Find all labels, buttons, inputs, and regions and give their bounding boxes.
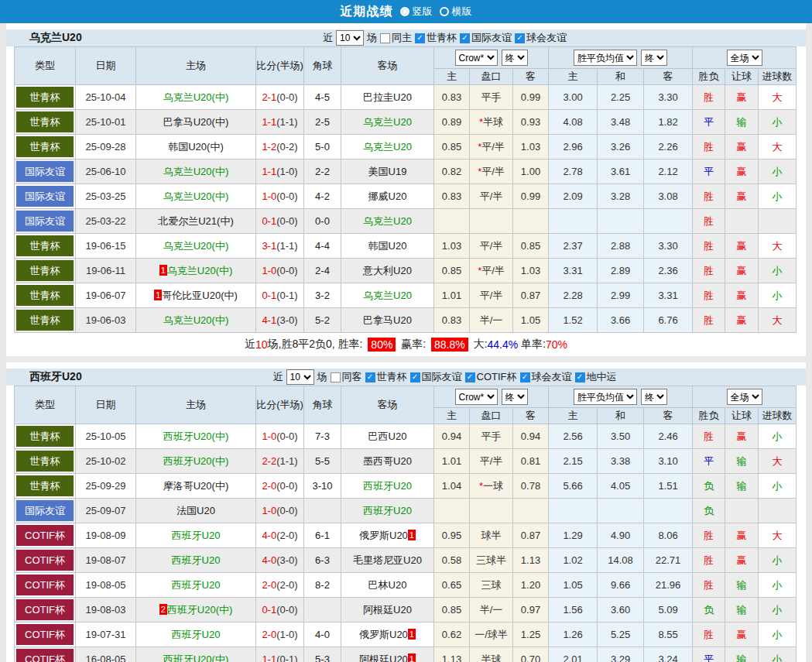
league-filter[interactable]: ✓COTIF杯 [465, 370, 517, 384]
result-goals-cell: 大 [759, 234, 797, 259]
result-wdl: 胜 [704, 430, 714, 442]
half-time-score: (1-1) [276, 116, 297, 128]
odds-company-select[interactable]: Crow* [455, 389, 498, 405]
avg-draw-odds: 3.61 [598, 159, 644, 184]
away-team-name: 阿根廷U20 [359, 653, 408, 662]
same-venue-filter[interactable]: 同主 [380, 31, 412, 45]
corners-cell: 4-5 [304, 85, 341, 110]
league-badge: 国际友谊 [16, 161, 74, 182]
league-filter[interactable]: ✓世青杯 [365, 370, 407, 384]
away-team-name: 挪威U20 [368, 190, 407, 202]
col-score: 比分(半场) [256, 386, 304, 424]
home-team-cell: 2西班牙U20(中) [136, 598, 256, 623]
col-away: 客场 [341, 47, 434, 85]
scope-select[interactable]: 全场 [727, 389, 762, 405]
league-filter[interactable]: ✓国际友谊 [460, 31, 512, 45]
league-type-cell: 国际友谊 [15, 184, 76, 209]
match-row: 世青杯 19-06-11 1乌克兰U20(中) 1-0(0-0) 2-4 意大利… [15, 259, 797, 283]
match-date: 19-08-05 [76, 573, 136, 598]
result-wdl: 负 [704, 480, 714, 492]
odds-company-select[interactable]: Crow* [455, 50, 498, 66]
layout-radio-horizontal[interactable]: 横版 [440, 5, 472, 19]
match-date: 25-10-01 [76, 110, 136, 135]
same-venue-filter[interactable]: 同客 [331, 370, 362, 384]
col-avg-draw: 和 [598, 408, 644, 424]
league-badge: COTIF杯 [16, 525, 74, 546]
home-team-cell: 西班牙U20 [136, 573, 256, 598]
away-team-cell: 阿根廷U201 [341, 647, 434, 662]
avg-type-select[interactable]: 胜平负均值 [574, 50, 637, 66]
avg-draw-odds [598, 209, 644, 234]
handicap-text: 平手 [481, 430, 502, 442]
recent-count-select[interactable]: 10 [286, 369, 314, 385]
result-handicap-cell [725, 499, 759, 523]
score-cell: 0-1(0-1) [256, 283, 304, 308]
avg-stage-select[interactable]: 终 [641, 389, 667, 405]
table-header: 类型 日期 主场 比分(半场) 角球 客场 Crow* 终 胜平负均值 [15, 386, 797, 424]
league-filter[interactable]: ✓球会友谊 [515, 31, 567, 45]
home-team-cell: 韩国U20(中) [136, 135, 256, 159]
avg-group-header: 胜平负均值 终 [549, 386, 693, 408]
avg-away-odds [644, 499, 693, 523]
checkbox-icon [380, 33, 390, 43]
league-filter[interactable]: ✓国际友谊 [410, 370, 462, 384]
corners-cell [304, 598, 341, 623]
result-wdl: 胜 [704, 190, 714, 202]
league-type-cell: 世青杯 [15, 110, 76, 135]
result-goals: 小 [773, 604, 783, 616]
recent-count-select[interactable]: 10 [336, 30, 364, 46]
handicap-line: 半球 [470, 647, 513, 662]
avg-home-odds: 1.52 [549, 308, 598, 333]
away-team-name: 西班牙U20 [363, 505, 412, 516]
col-result: 胜负 [693, 69, 725, 85]
avg-draw-odds: 3.60 [598, 598, 644, 623]
league-filter[interactable]: ✓世青杯 [415, 31, 457, 45]
home-team-cell: 西班牙U20 [136, 623, 256, 647]
scope-select[interactable]: 全场 [727, 50, 762, 66]
score-cell: 2-1(0-0) [256, 85, 304, 110]
league-filter[interactable]: ✓球会友谊 [520, 370, 572, 384]
result-wdl: 胜 [704, 215, 714, 227]
league-type-cell: 世青杯 [15, 135, 76, 159]
avg-stage-select[interactable]: 终 [641, 50, 667, 66]
league-filter-label: 球会友谊 [526, 31, 567, 45]
odds-stage-select[interactable]: 终 [502, 50, 528, 66]
result-handicap: 输 [737, 116, 747, 128]
handicap-home-odds [434, 499, 470, 523]
away-team-name: 巴拿马U20 [363, 314, 412, 326]
avg-draw-odds: 3.29 [598, 647, 644, 662]
red-card-badge: 2 [159, 604, 167, 615]
result-wdl-cell: 胜 [693, 523, 725, 548]
near-label: 近 [273, 370, 283, 384]
section-band: 乌克兰U20 近 10 场 同主 ✓世青杯✓国际友谊✓球会友谊 [6, 29, 806, 46]
avg-type-select[interactable]: 胜平负均值 [574, 389, 637, 405]
away-team-cell: 西班牙U20 [341, 474, 434, 499]
result-goals-cell [759, 499, 797, 523]
league-type-cell: 国际友谊 [15, 159, 76, 184]
result-goals: 小 [773, 653, 783, 662]
home-team-cell: 北爱尔兰U21(中) [136, 209, 256, 234]
col-odds-home: 主 [434, 69, 470, 85]
avg-away-odds: 2.26 [644, 135, 693, 159]
avg-away-odds: 8.06 [644, 523, 693, 548]
col-home: 主场 [136, 386, 256, 424]
handicap-away-odds: 1.13 [513, 548, 549, 573]
league-type-cell: 世青杯 [15, 308, 76, 333]
handicap-line: 半/一 [470, 308, 513, 333]
home-team-name: 乌克兰U20(中) [167, 265, 233, 276]
home-team-cell: 乌克兰U20(中) [136, 184, 256, 209]
layout-radio-vertical[interactable]: 竖版 [400, 5, 433, 19]
league-badge: COTIF杯 [16, 575, 74, 595]
handicap-away-odds: 0.99 [513, 184, 549, 209]
handicap-text: 三球半 [476, 554, 506, 566]
handicap-text: 半球 [483, 116, 503, 128]
result-handicap-cell: 赢 [725, 259, 759, 283]
result-handicap-cell: 赢 [725, 135, 759, 159]
home-team-name: 西班牙U20 [172, 554, 221, 566]
score-cell: 1-1(0-1) [256, 647, 304, 662]
league-badge: 世青杯 [16, 111, 74, 132]
odds-stage-select[interactable]: 终 [502, 389, 528, 405]
corners-cell: 2-2 [304, 159, 341, 184]
full-time-score: 2-0 [262, 579, 276, 591]
league-filter[interactable]: ✓地中运 [575, 370, 617, 384]
